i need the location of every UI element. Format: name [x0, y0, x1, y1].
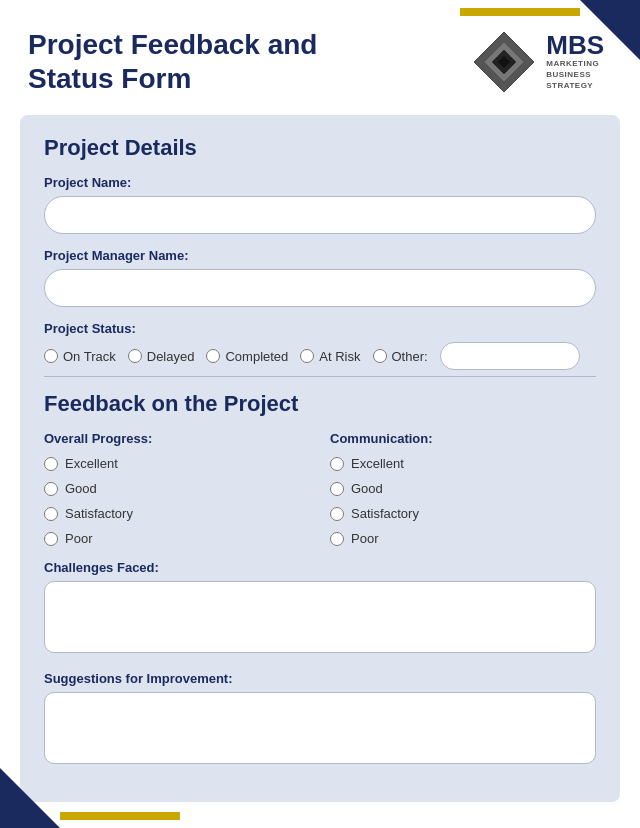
progress-poor-label: Poor	[65, 531, 92, 546]
suggestions-textarea[interactable]	[44, 692, 596, 764]
comm-good[interactable]: Good	[330, 481, 596, 496]
accent-bar-bottom	[60, 812, 180, 820]
status-other-input[interactable]	[440, 342, 580, 370]
status-on-track-radio[interactable]	[44, 349, 58, 363]
status-at-risk[interactable]: At Risk	[300, 349, 360, 364]
progress-satisfactory-label: Satisfactory	[65, 506, 133, 521]
overall-progress-column: Overall Progress: Excellent Good Satisfa…	[44, 431, 310, 556]
comm-satisfactory-label: Satisfactory	[351, 506, 419, 521]
project-name-label: Project Name:	[44, 175, 596, 190]
comm-poor-label: Poor	[351, 531, 378, 546]
status-completed-radio[interactable]	[206, 349, 220, 363]
status-completed[interactable]: Completed	[206, 349, 288, 364]
progress-excellent-radio[interactable]	[44, 457, 58, 471]
feedback-title: Feedback on the Project	[44, 391, 596, 417]
comm-satisfactory[interactable]: Satisfactory	[330, 506, 596, 521]
section-divider	[44, 376, 596, 377]
progress-excellent-label: Excellent	[65, 456, 118, 471]
status-at-risk-label: At Risk	[319, 349, 360, 364]
status-delayed-radio[interactable]	[128, 349, 142, 363]
project-name-input[interactable]	[44, 196, 596, 234]
progress-satisfactory[interactable]: Satisfactory	[44, 506, 310, 521]
status-other-radio[interactable]	[373, 349, 387, 363]
challenges-textarea[interactable]	[44, 581, 596, 653]
page-title: Project Feedback and Status Form	[28, 28, 317, 95]
overall-progress-label: Overall Progress:	[44, 431, 310, 446]
suggestions-label: Suggestions for Improvement:	[44, 671, 596, 686]
feedback-section: Feedback on the Project Overall Progress…	[44, 391, 596, 782]
project-manager-input[interactable]	[44, 269, 596, 307]
logo-diamond-icon	[472, 30, 536, 94]
comm-excellent-radio[interactable]	[330, 457, 344, 471]
feedback-grid: Overall Progress: Excellent Good Satisfa…	[44, 431, 596, 556]
status-other[interactable]: Other:	[373, 349, 428, 364]
status-completed-label: Completed	[225, 349, 288, 364]
status-on-track[interactable]: On Track	[44, 349, 116, 364]
logo: MBS MARKETING BUSINESS STRATEGY	[472, 30, 604, 94]
status-other-label: Other:	[392, 349, 428, 364]
status-on-track-label: On Track	[63, 349, 116, 364]
form-container: Project Details Project Name: Project Ma…	[20, 115, 620, 802]
progress-good[interactable]: Good	[44, 481, 310, 496]
communication-column: Communication: Excellent Good Satisfacto…	[330, 431, 596, 556]
comm-good-radio[interactable]	[330, 482, 344, 496]
logo-text: MBS MARKETING BUSINESS STRATEGY	[546, 32, 604, 92]
project-status-label: Project Status:	[44, 321, 596, 336]
challenges-label: Challenges Faced:	[44, 560, 596, 575]
progress-good-label: Good	[65, 481, 97, 496]
project-status-radio-group: On Track Delayed Completed At Risk Other…	[44, 342, 596, 370]
project-details-title: Project Details	[44, 135, 596, 161]
comm-poor-radio[interactable]	[330, 532, 344, 546]
comm-excellent-label: Excellent	[351, 456, 404, 471]
comm-good-label: Good	[351, 481, 383, 496]
project-details-section: Project Details Project Name: Project Ma…	[44, 135, 596, 370]
header: Project Feedback and Status Form MBS MAR…	[0, 0, 640, 115]
progress-good-radio[interactable]	[44, 482, 58, 496]
progress-poor[interactable]: Poor	[44, 531, 310, 546]
comm-excellent[interactable]: Excellent	[330, 456, 596, 471]
comm-poor[interactable]: Poor	[330, 531, 596, 546]
status-at-risk-radio[interactable]	[300, 349, 314, 363]
progress-satisfactory-radio[interactable]	[44, 507, 58, 521]
progress-poor-radio[interactable]	[44, 532, 58, 546]
status-delayed-label: Delayed	[147, 349, 195, 364]
progress-excellent[interactable]: Excellent	[44, 456, 310, 471]
comm-satisfactory-radio[interactable]	[330, 507, 344, 521]
status-delayed[interactable]: Delayed	[128, 349, 195, 364]
communication-label: Communication:	[330, 431, 596, 446]
accent-bar-top	[460, 8, 580, 16]
project-manager-label: Project Manager Name:	[44, 248, 596, 263]
